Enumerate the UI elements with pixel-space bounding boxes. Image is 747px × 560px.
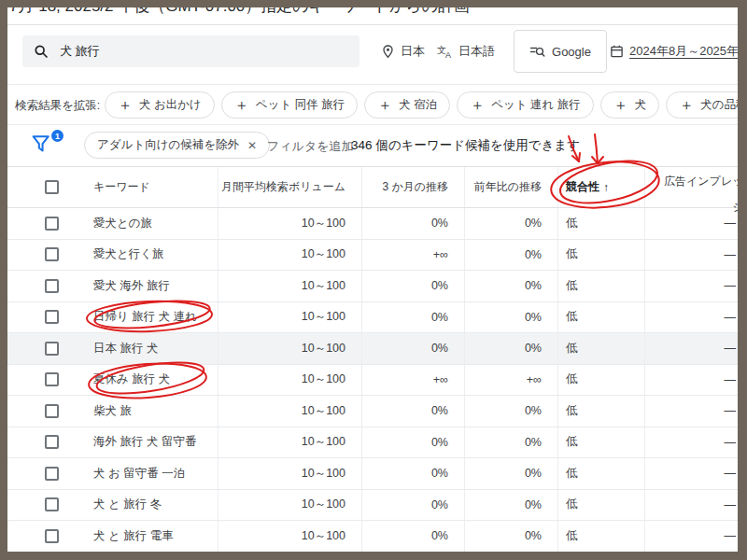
- add-filter-button[interactable]: フィルタを追加: [267, 138, 354, 155]
- three-month-cell: 0%: [361, 521, 464, 552]
- row-checkbox[interactable]: [45, 435, 59, 449]
- table-row[interactable]: 愛犬 海外 旅行 10～100 0% 0% 低 —: [7, 271, 738, 302]
- keyword-cell: 愛犬との旅: [93, 216, 152, 231]
- column-header-keyword[interactable]: キーワード: [93, 179, 150, 195]
- select-all-checkbox[interactable]: [45, 180, 59, 194]
- table-row[interactable]: 夏休み 旅行 犬 10～100 +∞ +∞ 低 —: [7, 365, 738, 397]
- row-checkbox[interactable]: [45, 372, 59, 386]
- table-row[interactable]: 犬 と 旅行 冬 10～100 0% 0% 低 —: [7, 490, 738, 522]
- expand-search-label: 検索結果を拡張:: [15, 98, 100, 114]
- three-month-cell: 0%: [361, 271, 464, 301]
- table-row[interactable]: 犬 と 旅行 電車 10～100 0% 0% 低 —: [7, 521, 738, 552]
- row-checkbox[interactable]: [45, 467, 59, 481]
- table-body: 愛犬との旅 10～100 0% 0% 低 — 愛犬と行く旅 10～100 +∞ …: [7, 208, 738, 552]
- yoy-cell: +∞: [464, 365, 557, 396]
- expand-chip[interactable]: ＋ ペット 同伴 旅行: [221, 91, 358, 119]
- active-filter-label: アダルト向けの候補を除外: [97, 137, 239, 153]
- row-checkbox[interactable]: [45, 342, 59, 356]
- table-row[interactable]: 愛犬との旅 10～100 0% 0% 低 —: [7, 208, 738, 240]
- three-month-cell: +∞: [361, 365, 464, 396]
- row-checkbox[interactable]: [45, 529, 59, 543]
- yoy-cell: 0%: [464, 396, 557, 427]
- red-down-arrow: [592, 157, 603, 163]
- row-checkbox[interactable]: [45, 497, 59, 511]
- expand-chip[interactable]: ＋ ペット 連れ 旅行: [457, 91, 594, 119]
- expand-chip-label: ペット 連れ 旅行: [491, 97, 581, 113]
- plus-icon: ＋: [679, 98, 694, 113]
- keyword-cell: 海外 旅行 犬 留守番: [93, 434, 196, 450]
- row-checkbox[interactable]: [45, 279, 59, 293]
- competition-cell: 低: [557, 271, 644, 301]
- yoy-cell: 0%: [464, 458, 557, 489]
- row-checkbox[interactable]: [45, 217, 59, 231]
- ad-share-cell: —: [644, 302, 738, 333]
- table-row[interactable]: 愛犬と行く旅 10～100 +∞ 0% 低 —: [7, 240, 738, 272]
- volume-cell: 10～100: [218, 521, 361, 552]
- plus-icon: ＋: [234, 98, 249, 113]
- keyword-planner-window: 7月 18, 2025/2 午後（GMT-07:00）指定のキーワードからの計画…: [7, 7, 738, 552]
- ad-share-cell: —: [644, 427, 738, 458]
- column-header-yoy[interactable]: 前年比の推移: [464, 167, 557, 207]
- competition-cell: 低: [557, 427, 644, 458]
- location-label: 日本: [401, 43, 425, 60]
- filters-button[interactable]: 1: [30, 133, 62, 161]
- results-summary: 346 個のキーワード候補を使用できます: [351, 137, 580, 154]
- network-label: Google: [552, 45, 591, 59]
- expand-chip[interactable]: ＋ 犬 宿泊: [364, 91, 450, 119]
- active-filter-chip[interactable]: アダルト向けの候補を除外 ✕: [84, 132, 270, 159]
- keyword-cell: 犬 お 留守番 一泊: [93, 466, 185, 482]
- column-header-three-month[interactable]: 3 か月の推移: [361, 167, 464, 207]
- three-month-cell: 0%: [361, 208, 464, 239]
- table-row[interactable]: 海外 旅行 犬 留守番 10～100 0% 0% 低 —: [7, 427, 738, 459]
- date-range-label: 2024年8月～2025年7月: [629, 43, 738, 60]
- translate-icon: 文 A: [437, 44, 453, 59]
- expand-chip[interactable]: ＋ 犬の品種: [666, 91, 738, 119]
- volume-cell: 10～100: [218, 271, 361, 301]
- location-selector[interactable]: 日本: [381, 41, 425, 62]
- competition-cell: 低: [557, 458, 644, 489]
- table-row[interactable]: 日本 旅行 犬 10～100 0% 0% 低 —: [7, 333, 738, 365]
- language-selector[interactable]: 文 A 日本語: [437, 41, 495, 62]
- table-header-row: キーワード 月間平均検索ボリューム 3 か月の推移 前年比の推移 競合性 ↑ 広…: [7, 167, 738, 208]
- red-down-arrow: [572, 153, 580, 161]
- divider: [7, 24, 738, 25]
- table-row[interactable]: 日帰り 旅行 犬 連れ 10～100 0% 0% 低 —: [7, 302, 738, 334]
- row-checkbox[interactable]: [45, 247, 59, 261]
- ad-share-cell: —: [644, 396, 738, 427]
- filter-funnel-icon: [30, 133, 52, 155]
- expand-chip-label: 犬: [635, 97, 647, 113]
- divider: [7, 84, 738, 85]
- volume-cell: 10～100: [218, 396, 361, 427]
- table-row[interactable]: 犬 お 留守番 一泊 10～100 0% 0% 低 —: [7, 458, 738, 490]
- volume-cell: 10～100: [218, 302, 361, 333]
- divider: [7, 124, 738, 125]
- table-row[interactable]: 柴犬 旅 10～100 0% 0% 低 —: [7, 396, 738, 427]
- column-header-ad-impression-share[interactable]: 広告インプレッション シェア: [644, 167, 738, 207]
- keyword-cell: 日本 旅行 犬: [93, 341, 158, 357]
- three-month-cell: 0%: [361, 458, 464, 489]
- ad-share-cell: —: [644, 521, 738, 552]
- ad-share-cell: —: [644, 271, 738, 301]
- competition-cell: 低: [557, 208, 644, 239]
- three-month-cell: 0%: [361, 302, 464, 333]
- date-range-selector[interactable]: 2024年8月～2025年7月: [610, 41, 738, 62]
- expand-chip[interactable]: ＋ 犬: [600, 91, 660, 119]
- three-month-cell: 0%: [361, 427, 464, 458]
- expand-chip-label: 犬 宿泊: [399, 97, 437, 113]
- competition-cell: 低: [557, 396, 644, 427]
- plus-icon: ＋: [118, 98, 133, 113]
- row-checkbox[interactable]: [45, 404, 59, 418]
- close-icon[interactable]: ✕: [247, 139, 257, 152]
- column-header-competition[interactable]: 競合性 ↑: [557, 167, 644, 207]
- network-selector[interactable]: Google: [514, 30, 607, 73]
- language-label: 日本語: [458, 43, 495, 60]
- expand-chip[interactable]: ＋ 犬 お出かけ: [105, 91, 215, 119]
- ad-share-cell: —: [644, 208, 738, 239]
- three-month-cell: 0%: [361, 490, 464, 521]
- keyword-search-input[interactable]: 犬 旅行: [22, 35, 359, 67]
- competition-header-label: 競合性: [566, 179, 599, 195]
- search-network-icon: [529, 44, 545, 59]
- filter-count-badge: 1: [51, 130, 63, 142]
- row-checkbox[interactable]: [45, 310, 59, 324]
- column-header-volume[interactable]: 月間平均検索ボリューム: [218, 167, 361, 207]
